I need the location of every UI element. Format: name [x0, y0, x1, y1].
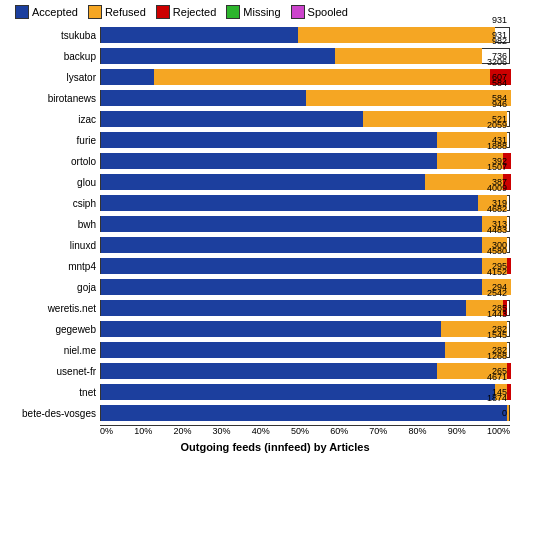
bar-row: furie2059431 — [10, 130, 545, 150]
bar-accepted — [101, 111, 363, 127]
bar-accepted — [101, 258, 482, 274]
bar-wrapper: 18740 — [100, 405, 510, 421]
bar-values: 3206 — [487, 57, 507, 67]
legend-label-spooled: Spooled — [308, 6, 348, 18]
chart-container: Accepted Refused Rejected Missing Spoole… — [0, 0, 550, 555]
bar-accepted — [101, 195, 478, 211]
bar-accepted — [101, 69, 154, 85]
bar-values: 946 — [492, 99, 507, 109]
bar-wrapper: 1443282 — [100, 321, 510, 337]
bar-wrapper: 1507387 — [100, 174, 510, 190]
bar-accepted — [101, 27, 298, 43]
bar-row: goja4152294 — [10, 277, 545, 297]
bar-values: 4671 — [487, 372, 507, 382]
row-label: gegeweb — [10, 324, 100, 335]
bar-row: linuxd4483300 — [10, 235, 545, 255]
bar-row: gegeweb1443282 — [10, 319, 545, 339]
row-label: backup — [10, 51, 100, 62]
bar-values: 4483 — [487, 225, 507, 235]
legend-accepted: Accepted — [15, 5, 78, 19]
row-label: lysator — [10, 72, 100, 83]
bar-values: 2542 — [487, 288, 507, 298]
bar-row: mntp44580295 — [10, 256, 545, 276]
row-label: csiph — [10, 198, 100, 209]
bar-accepted — [101, 342, 445, 358]
row-label: tsukuba — [10, 30, 100, 41]
bar-wrapper: 2542285 — [100, 300, 510, 316]
bar-accepted — [101, 132, 437, 148]
bar-values: 4580 — [487, 246, 507, 256]
row-label: furie — [10, 135, 100, 146]
bar-values: 982 — [492, 36, 507, 46]
bar-rejected — [507, 384, 511, 400]
bar-values: 1888 — [487, 141, 507, 151]
bar-row: bete-des-vosges18740 — [10, 403, 545, 423]
bar-values: 2059 — [487, 120, 507, 130]
bar-row: bwh4682313 — [10, 214, 545, 234]
row-label: izac — [10, 114, 100, 125]
bar-values: 1507 — [487, 162, 507, 172]
bar-row: niel.me1545282 — [10, 340, 545, 360]
bar-refused — [298, 27, 495, 43]
row-label: weretis.net — [10, 303, 100, 314]
legend-box-refused — [88, 5, 102, 19]
legend-rejected: Rejected — [156, 5, 216, 19]
row-label: linuxd — [10, 240, 100, 251]
bar-accepted — [101, 237, 482, 253]
chart-title: Outgoing feeds (innfeed) by Articles — [5, 441, 545, 453]
bar-refused — [306, 90, 511, 106]
bar-wrapper: 1888392 — [100, 153, 510, 169]
row-label: goja — [10, 282, 100, 293]
bar-accepted — [101, 216, 482, 232]
bar-row: backup982736 — [10, 46, 545, 66]
legend-label-refused: Refused — [105, 6, 146, 18]
legend-label-missing: Missing — [243, 6, 280, 18]
bar-values: 1443 — [487, 309, 507, 319]
row-label: mntp4 — [10, 261, 100, 272]
bar-wrapper: 1268265 — [100, 363, 510, 379]
bar-values: 1874 — [487, 393, 507, 403]
bar-wrapper: 4671145 — [100, 384, 510, 400]
bar-refused — [507, 405, 509, 421]
bar-accepted — [101, 405, 507, 421]
row-label: ortolo — [10, 156, 100, 167]
bar-values2: 0 — [502, 408, 507, 418]
bar-values: 4152 — [487, 267, 507, 277]
bar-accepted — [101, 174, 425, 190]
row-label: tnet — [10, 387, 100, 398]
bar-row: lysator3206607 — [10, 67, 545, 87]
row-label: birotanews — [10, 93, 100, 104]
legend: Accepted Refused Rejected Missing Spoole… — [15, 5, 545, 19]
bar-accepted — [101, 300, 466, 316]
bar-wrapper: 1545282 — [100, 342, 510, 358]
bar-row: usenet-fr1268265 — [10, 361, 545, 381]
bar-accepted — [101, 279, 482, 295]
bar-wrapper: 946521 — [100, 111, 510, 127]
bar-rejected — [507, 363, 511, 379]
x-axis: 0% 10% 20% 30% 40% 50% 60% 70% 80% 90% 1… — [100, 425, 510, 436]
bar-row: izac946521 — [10, 109, 545, 129]
bar-wrapper: 4009319 — [100, 195, 510, 211]
bar-accepted — [101, 90, 306, 106]
row-label: bwh — [10, 219, 100, 230]
bar-accepted — [101, 48, 335, 64]
bar-row: glou1507387 — [10, 172, 545, 192]
legend-spooled: Spooled — [291, 5, 348, 19]
chart-rows: tsukuba931931backup982736lysator3206607b… — [10, 25, 545, 423]
bar-wrapper: 4152294 — [100, 279, 510, 295]
legend-box-rejected — [156, 5, 170, 19]
legend-missing: Missing — [226, 5, 280, 19]
bar-wrapper: 584584 — [100, 90, 510, 106]
row-label: glou — [10, 177, 100, 188]
bar-values: 584 — [492, 78, 507, 88]
legend-box-missing — [226, 5, 240, 19]
bar-wrapper: 982736 — [100, 48, 510, 64]
bar-accepted — [101, 153, 437, 169]
bar-wrapper: 2059431 — [100, 132, 510, 148]
bar-accepted — [101, 321, 441, 337]
bar-wrapper: 4580295 — [100, 258, 510, 274]
row-label: niel.me — [10, 345, 100, 356]
bar-values: 4009 — [487, 183, 507, 193]
legend-box-accepted — [15, 5, 29, 19]
bar-values: 931 — [492, 15, 507, 25]
